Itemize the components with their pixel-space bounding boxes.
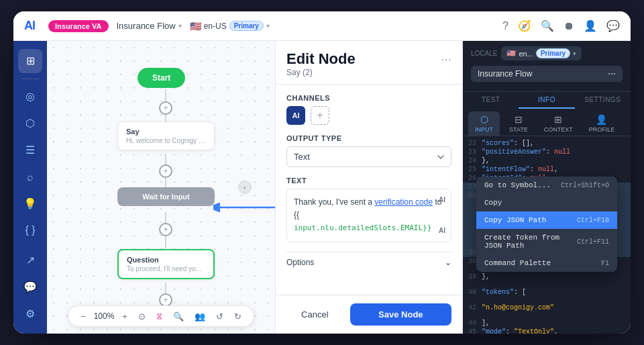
save-node-button[interactable]: Save Node	[350, 303, 451, 326]
edit-panel-title: Edit Node	[286, 50, 356, 68]
connector-line-1	[165, 89, 166, 103]
edit-panel-body: Channels AI + Output Type Text Text Than…	[276, 85, 462, 295]
subtab-context-icon: ⊞	[554, 114, 562, 125]
locale-primary-badge: Primary	[536, 48, 570, 58]
code-line: 44 ],	[463, 319, 631, 328]
record-icon[interactable]: ⏺	[564, 20, 574, 32]
subtab-input-icon: ⬡	[480, 114, 488, 125]
flow-dropdown-arrow: ▾	[178, 22, 182, 30]
right-subtabs: ⬡ Input ⊟ State ⊞ Context 👤 Profile	[463, 109, 631, 136]
sidebar-item-list[interactable]: ☰	[18, 138, 42, 162]
search-icon[interactable]: 🔍	[541, 19, 554, 32]
flow-select-menu[interactable]: ⋯	[608, 69, 616, 79]
locale-row: Locale 🇺🇸 en... Primary ▾	[471, 46, 623, 60]
node-say[interactable]: Say Hi, welcome to Cognigy Insu...	[117, 121, 215, 150]
ctx-create-token[interactable]: Create Token from JSON Path Ctrl+F11	[476, 229, 617, 254]
code-line: 25 "intentFlow": null,	[463, 165, 631, 174]
redo-button[interactable]: ↻	[231, 310, 244, 323]
channel-ai-icon[interactable]: AI	[286, 106, 305, 125]
text-thank-you: Thank you, I've sent a	[294, 197, 374, 207]
locale-flag: 🇺🇸	[506, 49, 516, 58]
ai-button-top[interactable]: AI	[439, 195, 445, 205]
subtab-profile[interactable]: 👤 Profile	[582, 111, 622, 136]
add-node-button-1[interactable]: +	[159, 101, 172, 115]
right-panel: Locale 🇺🇸 en... Primary ▾ Insurance Flow…	[463, 41, 631, 334]
locale-select[interactable]: 🇺🇸 en... Primary ▾	[501, 46, 582, 60]
code-line: 22 "scores": [],	[463, 139, 631, 148]
canvas-area[interactable]: ‹ Start + Say Hi, welcome to Cognigy Ins…	[47, 41, 275, 334]
user-icon[interactable]: 👤	[584, 19, 597, 32]
sidebar-item-messages[interactable]: 💬	[18, 275, 42, 299]
sidebar-item-apps[interactable]: ⊞	[18, 49, 42, 73]
cancel-button[interactable]: Cancel	[286, 303, 343, 326]
ctx-copy[interactable]: Copy	[476, 194, 617, 211]
edit-panel-menu-icon[interactable]: ⋯	[441, 53, 451, 66]
tab-info[interactable]: INFO	[519, 92, 574, 109]
top-header: AI Insurance VA Insurance Flow ▾ 🇺🇸 en-U…	[13, 11, 631, 41]
code-line: 45 "mode": "TextOnly",	[463, 328, 631, 334]
ctx-go-to-symbol[interactable]: Go to Symbol... Ctrl+Shift+O	[476, 177, 617, 194]
main-container: AI Insurance VA Insurance Flow ▾ 🇺🇸 en-U…	[13, 11, 631, 334]
locale-label: Locale	[471, 50, 497, 57]
brand-badge[interactable]: Insurance VA	[48, 20, 109, 32]
flow-selector[interactable]: Insurance Flow ▾	[117, 21, 182, 31]
sidebar-item-code[interactable]: { }	[18, 218, 42, 242]
focus-button[interactable]: ⊙	[136, 310, 148, 323]
zoom-in-button[interactable]: +	[119, 310, 130, 323]
subtab-input[interactable]: ⬡ Input	[468, 111, 500, 136]
sidebar-item-insights[interactable]: 💡	[18, 192, 42, 216]
options-chevron: ⌄	[445, 258, 451, 267]
text-content-area[interactable]: Thank you, I've sent a verification code…	[286, 189, 451, 242]
context-menu: Go to Symbol... Ctrl+Shift+O Copy Copy J…	[476, 177, 617, 272]
node-start[interactable]: Start	[138, 68, 185, 88]
question-icon[interactable]: ?	[502, 20, 508, 32]
subtab-profile-label: Profile	[589, 126, 615, 133]
chat-icon[interactable]: 💬	[606, 19, 620, 32]
subtab-profile-icon: 👤	[596, 114, 607, 125]
filter-button[interactable]: ⧖	[154, 309, 165, 323]
add-node-button-4[interactable]: +	[159, 293, 172, 307]
locale-arrow: ▾	[573, 50, 576, 57]
flow-select-dark[interactable]: Insurance Flow ⋯	[471, 66, 623, 82]
locale-dropdown-arrow[interactable]: ▾	[266, 22, 270, 30]
ctx-copy-json-path[interactable]: Copy JSON Path Ctrl+F10	[476, 211, 617, 229]
subtab-state-label: State	[509, 126, 528, 133]
edit-panel-footer: Cancel Save Node	[276, 295, 462, 334]
zoom-out-button[interactable]: −	[78, 310, 89, 323]
code-line	[463, 312, 631, 319]
sidebar-item-search[interactable]: ⌕	[18, 165, 42, 189]
options-row[interactable]: Options ⌄	[286, 252, 451, 273]
find-button[interactable]: 🔍	[170, 310, 186, 323]
node-wait-for-input[interactable]: Wait for Input	[117, 187, 215, 206]
add-channel-button[interactable]: +	[311, 106, 329, 125]
code-line: 40 "tokens": [	[463, 288, 631, 297]
people-button[interactable]: 👥	[192, 310, 208, 323]
left-sidebar: ⊞ ◎ ⬡ ☰ ⌕ 💡 { } ↗ 💬 ⚙	[13, 41, 47, 334]
subtab-context[interactable]: ⊞ Context	[537, 111, 580, 136]
ai-button-bottom[interactable]: AI	[439, 226, 445, 236]
tab-settings[interactable]: SETTINGS	[575, 92, 631, 109]
compass-icon[interactable]: 🧭	[518, 19, 531, 32]
header-icons: ? 🧭 🔍 ⏺ 👤 💬	[502, 19, 620, 32]
sidebar-item-nlu[interactable]: ◎	[18, 85, 42, 109]
right-tabs: TEST INFO SETTINGS	[463, 92, 631, 109]
output-type-label: Output Type	[286, 134, 451, 142]
edit-panel: Edit Node Say (2) ⋯ Channels AI + Output…	[275, 41, 463, 334]
sidebar-item-deploy[interactable]: ↗	[18, 248, 42, 272]
output-type-select[interactable]: Text	[286, 146, 451, 167]
connector-line-6	[165, 236, 166, 248]
add-node-button-2[interactable]: +	[159, 164, 172, 178]
tab-test[interactable]: TEST	[463, 92, 519, 109]
ctx-command-palette[interactable]: Command Palette F1	[476, 254, 617, 272]
sidebar-item-settings[interactable]: ⚙	[18, 301, 42, 326]
node-question[interactable]: Question To proceed, I'll need your em..…	[117, 249, 215, 279]
undo-button[interactable]: ↺	[213, 310, 226, 323]
text-link-verification[interactable]: verification code	[374, 197, 433, 207]
edit-panel-subtitle: Say (2)	[286, 68, 356, 77]
code-line: 24 },	[463, 156, 631, 165]
panel-collapse-button[interactable]: ‹	[238, 181, 252, 194]
add-node-button-3[interactable]: +	[159, 223, 172, 236]
sidebar-item-flow[interactable]: ⬡	[18, 111, 42, 136]
channels-label: Channels	[286, 94, 451, 102]
subtab-state[interactable]: ⊟ State	[502, 111, 535, 136]
